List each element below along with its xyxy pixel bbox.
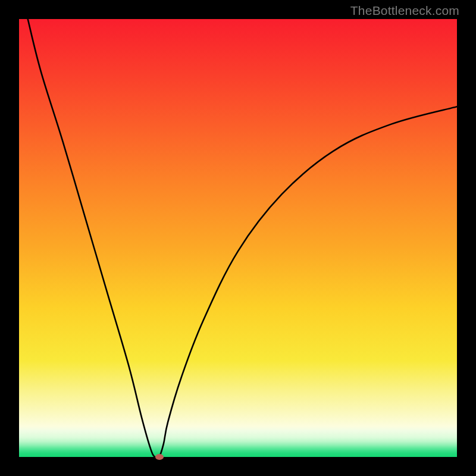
watermark-text: TheBottleneck.com <box>350 4 459 18</box>
plot-area <box>19 19 457 457</box>
curve-svg <box>19 19 457 457</box>
bottleneck-curve <box>28 19 457 457</box>
chart-frame: TheBottleneck.com <box>0 0 476 476</box>
minimum-marker <box>155 454 164 460</box>
